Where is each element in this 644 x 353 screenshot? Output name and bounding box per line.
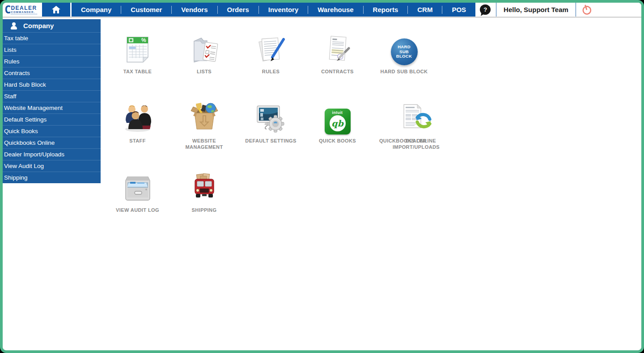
website-management-box-icon — [188, 101, 220, 134]
tile-staff[interactable]: STAFF — [104, 101, 171, 171]
logo-text: DEALER COMMANDER. — [11, 5, 37, 14]
tax-table-icon: % — [123, 32, 152, 65]
module-tile-grid: % TAX TABLE — [104, 32, 437, 240]
tile-label: STAFF — [110, 138, 166, 144]
logout-button[interactable] — [576, 3, 597, 17]
audit-log-cabinet-icon — [122, 171, 153, 204]
logo-line2: COMMANDER. — [11, 11, 37, 14]
power-icon — [580, 3, 593, 16]
dealer-commander-logo[interactable]: C DEALER COMMANDER. — [3, 3, 42, 17]
sidebar-item-lists[interactable]: Lists — [3, 44, 101, 55]
person-icon — [11, 22, 17, 29]
home-button[interactable] — [42, 3, 72, 17]
rules-pen-icon — [255, 32, 287, 65]
tile-website-management[interactable]: WEBSITE MANAGEMENT — [171, 101, 237, 171]
tile-label: WEBSITE MANAGEMENT — [176, 138, 233, 150]
sidebar-title: Company — [23, 22, 54, 29]
tile-label: HARD SUB BLOCK — [376, 68, 432, 75]
help-button[interactable]: ? — [475, 3, 496, 17]
tile-lists[interactable]: LISTS — [171, 32, 237, 101]
tile-label: LISTS — [176, 68, 233, 75]
tile-rules[interactable]: RULES — [237, 32, 304, 101]
page-body: Company Tax table Lists Rules Contracts … — [3, 18, 641, 349]
help-icon: ? — [480, 4, 491, 15]
company-sidebar: Company Tax table Lists Rules Contracts … — [3, 19, 101, 183]
nav-item-customer[interactable]: Customer — [121, 6, 171, 14]
sidebar-item-website-management[interactable]: Website Management — [3, 102, 101, 113]
nav-left-section: C DEALER COMMANDER. Company Customer Ven… — [3, 3, 475, 17]
top-navbar: C DEALER COMMANDER. Company Customer Ven… — [3, 3, 641, 18]
tile-label: TAX TABLE — [110, 68, 166, 75]
tile-label: VIEW AUDIT LOG — [110, 207, 166, 213]
contracts-document-icon — [323, 32, 352, 65]
tile-label: SHIPPING — [176, 207, 233, 213]
tile-label: QUICK BOOKS — [309, 138, 366, 144]
tile-view-audit-log[interactable]: VIEW AUDIT LOG — [104, 171, 171, 240]
tile-default-settings[interactable]: DEFAULT SETTINGS — [237, 101, 304, 171]
tile-quickbooks-online-and-dealer-import[interactable]: QUICKBOOKS ONLINE DEALER IMPORT/UPLOADS — [371, 101, 437, 171]
nav-item-company[interactable]: Company — [72, 6, 121, 14]
sidebar-item-dealer-import-uploads[interactable]: Dealer Import/Uploads — [3, 148, 101, 160]
nav-menu: Company Customer Vendors Orders Inventor… — [72, 3, 475, 17]
nav-right-section: ? Hello, Support Team — [475, 3, 641, 17]
logo-c-icon: C — [4, 5, 10, 15]
nav-item-inventory[interactable]: Inventory — [258, 6, 308, 14]
sidebar-item-view-audit-log[interactable]: View Audit Log — [3, 160, 101, 172]
sidebar-item-rules[interactable]: Rules — [3, 55, 101, 67]
home-icon — [52, 6, 60, 13]
user-greeting: Hello, Support Team — [496, 3, 576, 17]
quickbooks-icon: intuit qb — [325, 101, 351, 134]
svg-text:%: % — [141, 37, 146, 43]
tile-hard-sub-block[interactable]: HARD SUB BLOCK HARD SUB BLOCK — [371, 32, 437, 101]
staff-people-icon — [122, 101, 153, 134]
default-settings-gear-icon — [255, 101, 287, 134]
nav-item-reports[interactable]: Reports — [363, 6, 408, 14]
hsb-line-3: BLOCK — [396, 54, 412, 59]
nav-item-vendors[interactable]: Vendors — [171, 6, 217, 14]
tile-tax-table[interactable]: % TAX TABLE — [104, 32, 171, 101]
lists-folder-icon — [190, 32, 219, 65]
app-window: C DEALER COMMANDER. Company Customer Ven… — [0, 0, 644, 353]
intuit-brand-text: intuit — [325, 110, 351, 115]
sidebar-item-default-settings[interactable]: Default Settings — [3, 113, 101, 125]
tile-label: DEFAULT SETTINGS — [243, 138, 299, 144]
sidebar-item-hard-sub-block[interactable]: Hard Sub Block — [3, 79, 101, 90]
nav-item-orders[interactable]: Orders — [217, 6, 258, 14]
sidebar-item-quick-books[interactable]: Quick Books — [3, 125, 101, 137]
sidebar-item-tax-table[interactable]: Tax table — [3, 32, 101, 44]
qb-mark: qb — [330, 115, 346, 131]
nav-item-crm[interactable]: CRM — [407, 6, 442, 14]
nav-item-pos[interactable]: POS — [442, 6, 475, 14]
shipping-truck-icon — [191, 171, 218, 204]
nav-item-warehouse[interactable]: Warehouse — [308, 6, 363, 14]
tile-label-dealer-import-uploads[interactable]: DEALER IMPORT/UPLOADS — [387, 138, 445, 150]
tile-quick-books[interactable]: intuit qb QUICK BOOKS — [304, 101, 371, 171]
sidebar-header: Company — [3, 19, 101, 32]
sidebar-item-quickbooks-online[interactable]: Quickbooks Online — [3, 137, 101, 148]
sidebar-item-shipping[interactable]: Shipping — [3, 172, 101, 183]
sync-document-icon — [399, 101, 434, 134]
sidebar-item-contracts[interactable]: Contracts — [3, 67, 101, 79]
tile-shipping[interactable]: SHIPPING — [171, 171, 237, 240]
tile-contracts[interactable]: CONTRACTS — [304, 32, 371, 101]
hard-sub-block-icon: HARD SUB BLOCK — [391, 32, 418, 65]
tile-label: CONTRACTS — [309, 68, 366, 75]
tile-label: RULES — [243, 68, 299, 75]
logo-line1: DEALER — [11, 5, 37, 11]
sidebar-item-staff[interactable]: Staff — [3, 90, 101, 102]
